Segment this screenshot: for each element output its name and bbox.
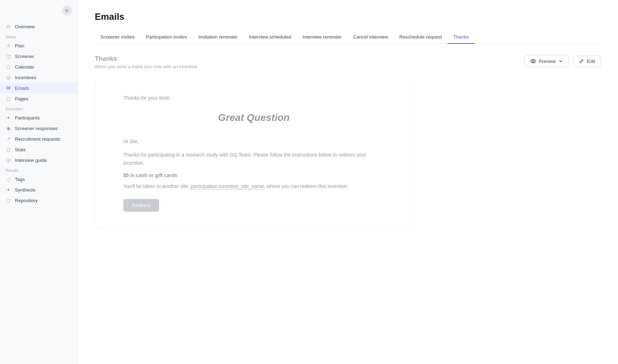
- sidebar-item-stats[interactable]: ◻ Stats: [0, 144, 77, 155]
- page-wrapper: Emails Screener invites Participation in…: [78, 0, 618, 364]
- chevron-down-icon: [559, 59, 563, 63]
- sidebar: ⊙ ⊙ Overview Setup ≡ Plan ◫ Screener ◻ C…: [0, 0, 78, 364]
- sidebar-item-overview[interactable]: ⊙ Overview: [0, 21, 77, 32]
- incentive-link: participation.incentive_site_name: [191, 183, 264, 189]
- preview-label: Preview: [539, 59, 556, 64]
- tags-icon: ◇: [6, 176, 11, 182]
- sidebar-label-plan: Plan: [15, 43, 24, 48]
- screener-icon: ◫: [6, 53, 11, 59]
- sidebar-item-participants[interactable]: ✦ Participants: [0, 112, 77, 123]
- email-title: Thanks: [95, 55, 198, 63]
- tab-participation-invites[interactable]: Participation invites: [140, 31, 193, 44]
- sidebar-item-tags[interactable]: ◇ Tags: [0, 174, 77, 184]
- sidebar-item-pages[interactable]: ◻ Pages: [0, 93, 77, 104]
- svg-point-0: [531, 59, 536, 63]
- sidebar-label-recruitment-requests: Recruitment requests: [15, 136, 60, 142]
- email-actions: Preview Edit: [524, 55, 601, 67]
- recruitment-icon: ↗: [6, 136, 11, 142]
- synthesis-icon: ✦: [6, 187, 11, 193]
- eye-icon: [530, 58, 536, 64]
- sidebar-label-repository: Repository: [15, 198, 38, 203]
- pencil-icon: [579, 59, 584, 64]
- pages-icon: ◻: [6, 96, 11, 101]
- sidebar-item-synthesis[interactable]: ✦ Synthesis: [0, 184, 77, 195]
- page-title: Emails: [95, 11, 601, 22]
- interview-guide-icon: ◎: [6, 157, 11, 163]
- email-section: Thanks When you send a thank you note wi…: [95, 44, 601, 240]
- sidebar-top: ⊙: [0, 6, 77, 21]
- repository-icon: ◻: [6, 198, 11, 203]
- sidebar-item-plan[interactable]: ≡ Plan: [0, 40, 77, 51]
- sidebar-label-incentives: Incentives: [15, 75, 36, 80]
- email-info: Thanks When you send a thank you note wi…: [95, 55, 198, 69]
- sidebar-label-screener: Screener: [15, 54, 34, 59]
- email-body-card: Thanks for your time! Great Question Hi …: [95, 78, 413, 229]
- sidebar-label-pages: Pages: [15, 96, 28, 101]
- sidebar-item-screener[interactable]: ◫ Screener: [0, 51, 77, 61]
- sidebar-label-calendar: Calendar: [15, 64, 34, 70]
- tab-interview-reminder[interactable]: Interview reminder: [297, 31, 348, 44]
- tab-interview-scheduled[interactable]: Interview scheduled: [243, 31, 297, 44]
- participants-icon: ✦: [6, 115, 11, 121]
- email-subtitle: When you send a thank you note with an i…: [95, 64, 198, 69]
- sidebar-item-emails[interactable]: ✉ Emails: [0, 83, 77, 93]
- email-greeting: Thanks for your time!: [123, 95, 384, 101]
- sidebar-label-overview: Overview: [15, 24, 35, 29]
- main-content: Emails Screener invites Participation in…: [78, 0, 618, 364]
- screener-responses-icon: ◉: [6, 125, 11, 131]
- sidebar-section-execution: Execution: [0, 104, 77, 112]
- email-incentive: $5 in cash or gift cards: [123, 172, 384, 178]
- sidebar-label-participants: Participants: [15, 115, 40, 121]
- tab-reschedule-request[interactable]: Reschedule request: [394, 31, 448, 44]
- tab-thanks[interactable]: Thanks: [448, 31, 474, 44]
- overview-icon: ⊙: [6, 24, 11, 29]
- sidebar-item-repository[interactable]: ◻ Repository: [0, 195, 77, 206]
- sidebar-item-calendar[interactable]: ◻ Calendar: [0, 61, 77, 72]
- redeem-button[interactable]: Redeem: [123, 199, 159, 212]
- incentives-icon: ◎: [6, 75, 11, 80]
- edit-button[interactable]: Edit: [573, 55, 601, 67]
- tab-cancel-interview[interactable]: Cancel interview: [348, 31, 394, 44]
- sidebar-item-interview-guide[interactable]: ◎ Interview guide: [0, 155, 77, 165]
- sidebar-label-interview-guide: Interview guide: [15, 158, 47, 163]
- tab-invitation-reminder[interactable]: Invitation reminder: [193, 31, 243, 44]
- tab-screener-invites[interactable]: Screener invites: [95, 31, 140, 44]
- calendar-icon: ◻: [6, 64, 11, 70]
- sidebar-label-emails: Emails: [15, 86, 29, 91]
- email-paragraph2: You'll be taken to another site, partici…: [123, 182, 384, 190]
- sidebar-label-synthesis: Synthesis: [15, 187, 36, 193]
- sidebar-label-tags: Tags: [15, 177, 25, 182]
- email-paragraph1: Thanks for participating in a research s…: [123, 151, 384, 167]
- svg-point-1: [532, 60, 534, 62]
- email-brand: Great Question: [123, 112, 384, 123]
- sidebar-item-incentives[interactable]: ◎ Incentives: [0, 72, 77, 83]
- edit-label: Edit: [587, 59, 595, 64]
- plan-icon: ≡: [6, 43, 11, 48]
- email-salutation: Hi Joe,: [123, 137, 384, 145]
- tabs-bar: Screener invites Participation invites I…: [95, 31, 601, 44]
- email-header: Thanks When you send a thank you note wi…: [95, 55, 601, 69]
- stats-icon: ◻: [6, 147, 11, 152]
- sidebar-item-recruitment-requests[interactable]: ↗ Recruitment requests: [0, 134, 77, 144]
- sidebar-item-screener-responses[interactable]: ◉ Screener responses: [0, 123, 77, 134]
- preview-button[interactable]: Preview: [524, 55, 569, 67]
- sidebar-section-results: Results: [0, 165, 77, 174]
- menu-icon[interactable]: ⊙: [62, 6, 72, 16]
- emails-icon: ✉: [6, 85, 11, 91]
- sidebar-section-setup: Setup: [0, 32, 77, 40]
- sidebar-label-screener-responses: Screener responses: [15, 126, 58, 131]
- sidebar-label-stats: Stats: [15, 147, 26, 152]
